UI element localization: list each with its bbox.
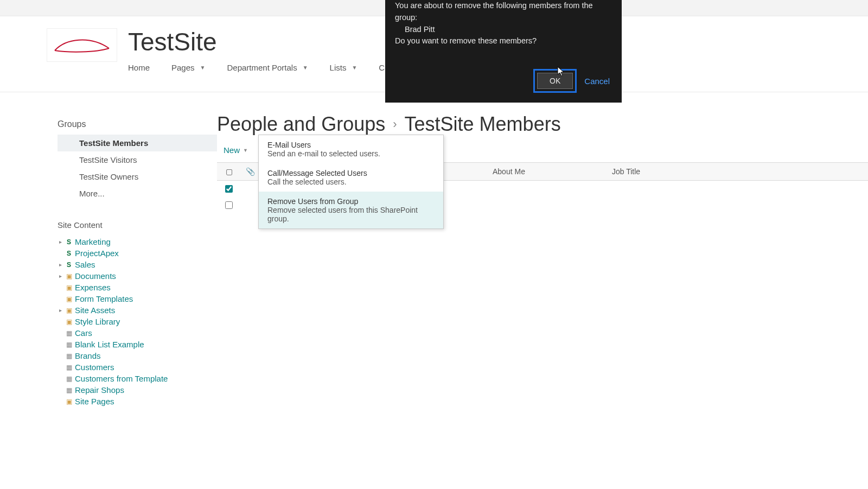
site-content-tree: ▸SMarketing SProjectApex ▸SSales ▸▣Docum…	[58, 236, 217, 407]
expand-icon[interactable]: ▸	[58, 239, 63, 245]
tree-node-blank-list[interactable]: ▦Blank List Example	[58, 339, 217, 350]
nav-pages[interactable]: Pages▼	[167, 61, 209, 74]
subsite-icon: S	[65, 238, 73, 246]
site-logo[interactable]	[47, 28, 117, 62]
subsite-icon: S	[65, 261, 73, 269]
main-content: People and Groups › TestSite Members New…	[217, 92, 868, 407]
nav-department-portals[interactable]: Department Portals▼	[222, 61, 312, 74]
dialog-line1: You are about to remove the following me…	[395, 0, 612, 24]
group-more[interactable]: More...	[58, 185, 217, 202]
toolbar-new[interactable]: New▼	[224, 145, 248, 155]
tree-node-form-templates[interactable]: ▣Form Templates	[58, 293, 217, 304]
tree-node-site-assets[interactable]: ▸▣Site Assets	[58, 304, 217, 316]
expand-icon[interactable]: ▸	[58, 273, 63, 279]
list-icon: ▦	[65, 341, 73, 348]
nav-home[interactable]: Home	[128, 61, 154, 74]
library-icon: ▣	[65, 284, 73, 291]
select-column-icon[interactable]: ▢	[226, 167, 233, 176]
library-icon: ▣	[65, 272, 73, 280]
ok-button-focus-ring: OK	[533, 69, 577, 93]
column-about-me[interactable]: About Me	[493, 167, 525, 176]
groups-list: TestSite Members TestSite Visitors TestS…	[58, 135, 217, 202]
cancel-button[interactable]: Cancel	[582, 73, 612, 89]
chevron-down-icon: ▼	[352, 65, 357, 71]
tree-node-repair-shops[interactable]: ▦Repair Shops	[58, 384, 217, 396]
action-email-users[interactable]: E-Mail Users Send an e-mail to selected …	[259, 135, 443, 163]
tree-node-sales[interactable]: ▸SSales	[58, 259, 217, 270]
tree-node-style-library[interactable]: ▣Style Library	[58, 316, 217, 327]
group-testsite-visitors[interactable]: TestSite Visitors	[58, 151, 217, 168]
breadcrumb-current: TestSite Members	[405, 113, 561, 136]
tree-node-documents[interactable]: ▸▣Documents	[58, 270, 217, 282]
tree-node-customers-template[interactable]: ▦Customers from Template	[58, 373, 217, 384]
car-logo-icon	[52, 34, 112, 56]
tree-node-projectapex[interactable]: SProjectApex	[58, 247, 217, 259]
tree-node-customers[interactable]: ▦Customers	[58, 361, 217, 373]
dialog-message: You are about to remove the following me…	[395, 0, 612, 47]
site-content-heading: Site Content	[58, 220, 217, 230]
confirm-remove-dialog: You are about to remove the following me…	[385, 0, 622, 103]
tree-node-expenses[interactable]: ▣Expenses	[58, 282, 217, 293]
breadcrumb-root[interactable]: People and Groups	[217, 113, 385, 136]
group-testsite-owners[interactable]: TestSite Owners	[58, 168, 217, 185]
group-testsite-members[interactable]: TestSite Members	[58, 135, 217, 151]
tree-node-marketing[interactable]: ▸SMarketing	[58, 236, 217, 247]
chevron-down-icon: ▼	[243, 148, 248, 153]
site-title[interactable]: TestSite	[128, 27, 217, 56]
list-icon: ▦	[65, 364, 73, 371]
expand-icon[interactable]: ▸	[58, 307, 63, 313]
row-checkbox[interactable]	[225, 185, 233, 193]
nav-lists[interactable]: Lists▼	[326, 61, 362, 74]
attachment-icon: 📎	[246, 167, 255, 176]
list-icon: ▦	[65, 386, 73, 394]
tree-node-site-pages[interactable]: ▣Site Pages	[58, 396, 217, 407]
left-sidebar: Groups TestSite Members TestSite Visitor…	[0, 92, 217, 407]
library-icon: ▣	[65, 307, 73, 314]
subsite-icon: S	[65, 250, 73, 257]
action-remove-users[interactable]: Remove Users from Group Remove selected …	[259, 192, 443, 228]
library-icon: ▣	[65, 295, 73, 303]
row-checkbox[interactable]	[225, 201, 233, 209]
groups-heading: Groups	[58, 119, 217, 129]
ok-button[interactable]: OK	[537, 73, 573, 89]
list-icon: ▦	[65, 375, 73, 383]
library-icon: ▣	[65, 398, 73, 405]
dialog-member: Brad Pitt	[395, 24, 612, 36]
tree-node-brands[interactable]: ▦Brands	[58, 350, 217, 361]
chevron-down-icon: ▼	[200, 65, 206, 71]
page-heading: People and Groups › TestSite Members	[217, 113, 868, 136]
library-icon: ▣	[65, 318, 73, 326]
tree-node-cars[interactable]: ▦Cars	[58, 327, 217, 339]
list-icon: ▦	[65, 329, 73, 337]
actions-dropdown: E-Mail Users Send an e-mail to selected …	[258, 135, 444, 229]
list-icon: ▦	[65, 352, 73, 360]
dialog-line2: Do you want to remove these members?	[395, 35, 612, 47]
action-call-users[interactable]: Call/Message Selected Users Call the sel…	[259, 163, 443, 192]
chevron-down-icon: ▼	[303, 65, 308, 71]
expand-icon[interactable]: ▸	[58, 262, 63, 268]
breadcrumb-separator-icon: ›	[393, 117, 397, 131]
column-job-title[interactable]: Job Title	[612, 167, 640, 176]
